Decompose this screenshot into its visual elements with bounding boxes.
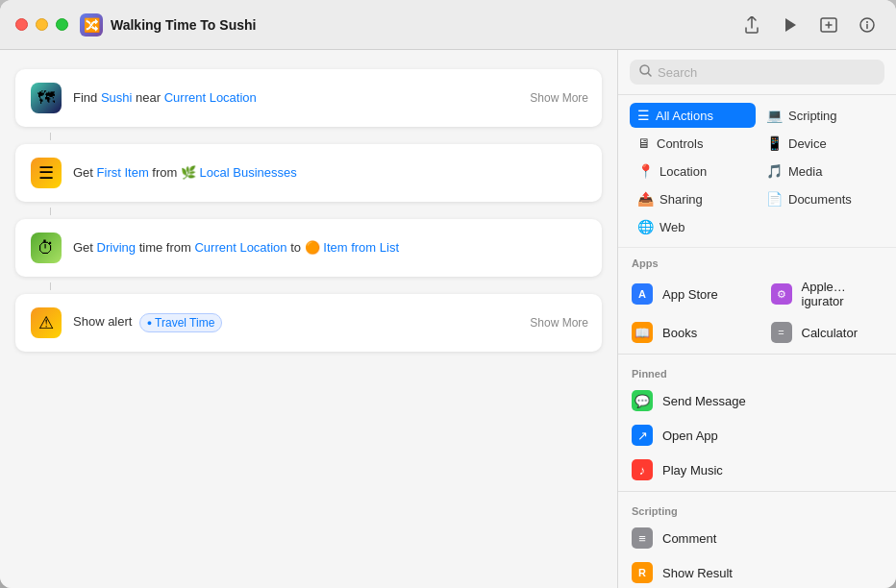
category-scripting[interactable]: 💻 Scripting <box>759 103 884 128</box>
get-first-item-card[interactable]: ☰ Get First Item from 🌿 Local Businesses <box>15 144 602 202</box>
find-action-text: Find Sushi near Current Location <box>73 89 586 107</box>
calculator-icon: = <box>771 322 792 343</box>
app-icon: 🔀 <box>80 13 103 37</box>
titlebar: 🔀 Walking Time To Sushi <box>0 0 896 50</box>
apps-grid: A App Store ⚙ Apple…igurator 📖 Books = C… <box>618 273 896 350</box>
actions-list-panel: Apps A App Store ⚙ Apple…igurator 📖 Book… <box>618 248 896 588</box>
sidebar-item-apple-configurator[interactable]: ⚙ Apple…igurator <box>758 273 897 315</box>
connector-1 <box>50 133 51 140</box>
all-actions-icon: ☰ <box>637 108 650 123</box>
svg-line-4 <box>648 73 651 76</box>
send-message-icon: 💬 <box>632 390 653 411</box>
open-app-icon: ↗ <box>632 425 653 446</box>
play-music-icon: ♪ <box>632 459 653 480</box>
category-sharing[interactable]: 📤 Sharing <box>630 186 756 211</box>
get-first-text: Get First Item from 🌿 Local Businesses <box>73 164 586 182</box>
category-location[interactable]: 📍 Location <box>630 159 756 184</box>
category-device[interactable]: 📱 Device <box>759 131 884 156</box>
sidebar-item-books[interactable]: 📖 Books <box>618 315 758 350</box>
sharing-icon: 📤 <box>637 191 654 207</box>
minimize-button[interactable] <box>36 18 48 31</box>
comment-icon: ≡ <box>632 527 653 549</box>
get-driving-card[interactable]: ⏱ Get Driving time from Current Location… <box>15 219 602 277</box>
category-documents[interactable]: 📄 Documents <box>759 186 884 211</box>
show-alert-card[interactable]: ⚠ Show alert ● Travel Time Show More <box>15 294 602 352</box>
device-icon: 📱 <box>766 135 783 151</box>
app-store-icon: A <box>632 283 653 305</box>
current-location-pill-2[interactable]: Current Location <box>194 240 286 255</box>
sidebar-item-calculator[interactable]: = Calculator <box>758 315 897 350</box>
sidebar-item-send-message[interactable]: 💬 Send Message <box>618 383 896 418</box>
apple-configurator-label: Apple…igurator <box>802 280 884 308</box>
apps-section-label: Apps <box>618 248 896 273</box>
show-alert-icon: ⚠ <box>31 307 62 338</box>
close-button[interactable] <box>15 18 28 31</box>
web-icon: 🌐 <box>637 219 654 234</box>
travel-time-tag[interactable]: ● Travel Time <box>139 313 223 333</box>
web-label: Web <box>660 220 685 234</box>
comment-label: Comment <box>662 531 716 546</box>
apple-configurator-icon: ⚙ <box>771 283 792 305</box>
svg-point-2 <box>866 21 868 23</box>
controls-icon: 🖥 <box>637 135 651 151</box>
category-all-actions[interactable]: ☰ All Actions <box>630 103 756 128</box>
documents-icon: 📄 <box>766 191 783 207</box>
connector-3 <box>50 282 51 290</box>
sidebar-item-app-store[interactable]: A App Store <box>618 273 758 315</box>
media-icon: 🎵 <box>766 163 783 179</box>
scripting-label: Scripting <box>788 109 837 123</box>
location-label: Location <box>660 164 707 179</box>
workflow-panel: 🗺 Find Sushi near Current Location Show … <box>0 50 617 588</box>
calculator-label: Calculator <box>802 326 859 340</box>
maximize-button[interactable] <box>56 18 68 31</box>
play-button[interactable] <box>777 12 804 38</box>
sidebar-item-comment[interactable]: ≡ Comment <box>618 521 896 555</box>
category-controls[interactable]: 🖥 Controls <box>630 131 756 156</box>
search-input[interactable] <box>658 65 875 80</box>
info-button[interactable] <box>854 12 881 38</box>
play-music-label: Play Music <box>662 463 723 478</box>
category-media[interactable]: 🎵 Media <box>759 159 884 184</box>
find-action-card[interactable]: 🗺 Find Sushi near Current Location Show … <box>15 69 602 127</box>
current-location-pill-1[interactable]: Current Location <box>164 90 257 105</box>
books-icon: 📖 <box>632 322 653 343</box>
send-message-label: Send Message <box>662 394 746 408</box>
sushi-pill[interactable]: Sushi <box>101 90 133 105</box>
main-content: 🗺 Find Sushi near Current Location Show … <box>0 50 896 588</box>
sidebar-item-play-music[interactable]: ♪ Play Music <box>618 453 896 487</box>
get-driving-text: Get Driving time from Current Location t… <box>73 239 586 257</box>
find-action-icon: 🗺 <box>31 83 62 113</box>
sharing-label: Sharing <box>660 192 703 207</box>
find-show-more[interactable]: Show More <box>530 91 588 105</box>
all-actions-label: All Actions <box>656 109 713 123</box>
main-window: 🔀 Walking Time To Sushi 🗺 Find <box>0 0 896 588</box>
pinned-section-label: Pinned <box>618 358 896 383</box>
device-label: Device <box>788 136 827 151</box>
driving-pill[interactable]: Driving <box>97 240 136 255</box>
category-web[interactable]: 🌐 Web <box>630 214 756 239</box>
app-store-label: App Store <box>662 287 718 302</box>
open-app-label: Open App <box>662 429 718 443</box>
connector-2 <box>50 208 51 215</box>
add-actions-button[interactable] <box>815 12 842 38</box>
scripting-section-label: Scripting <box>618 496 896 521</box>
location-icon: 📍 <box>637 163 654 179</box>
local-businesses-pill[interactable]: Local Businesses <box>200 165 297 180</box>
divider-1 <box>618 354 896 355</box>
show-alert-text: Show alert ● Travel Time <box>73 313 586 333</box>
titlebar-actions <box>738 12 881 38</box>
get-first-icon: ☰ <box>31 158 62 188</box>
share-button[interactable] <box>738 12 765 38</box>
item-from-list-pill[interactable]: 🟠 Item from List <box>305 239 399 257</box>
controls-label: Controls <box>657 136 703 151</box>
books-label: Books <box>662 326 697 340</box>
sidebar-item-show-result[interactable]: R Show Result <box>618 555 896 588</box>
categories-grid: ☰ All Actions 💻 Scripting 🖥 Controls 📱 D… <box>630 103 884 239</box>
traffic-lights <box>15 18 68 31</box>
sidebar-item-open-app[interactable]: ↗ Open App <box>618 418 896 453</box>
divider-2 <box>618 491 896 492</box>
media-label: Media <box>788 164 822 179</box>
search-bar <box>618 50 896 95</box>
first-item-pill[interactable]: First Item <box>97 165 149 180</box>
alert-show-more[interactable]: Show More <box>530 316 588 330</box>
